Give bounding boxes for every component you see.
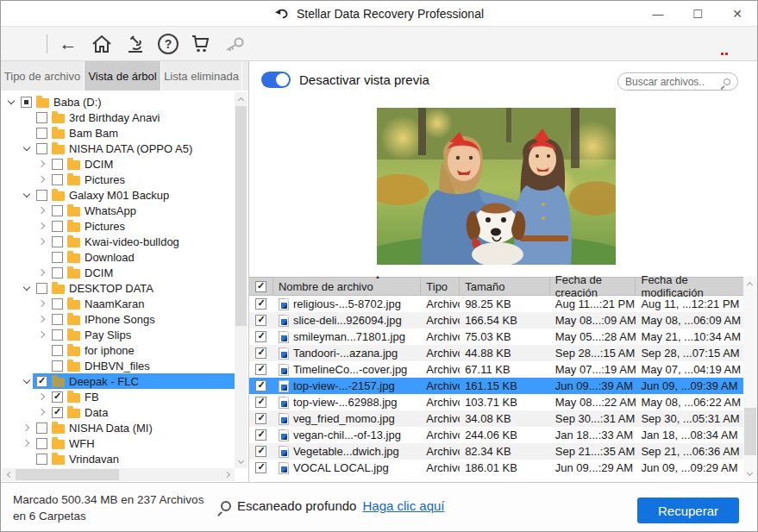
row-checkbox[interactable]: [255, 331, 266, 342]
recover-button[interactable]: Recuperar: [637, 498, 739, 523]
back-icon[interactable]: ←: [57, 27, 79, 61]
tree-checkbox[interactable]: [52, 298, 63, 310]
chevron-right-icon[interactable]: [36, 270, 48, 275]
tree-item[interactable]: Download: [2, 249, 235, 265]
tree-item[interactable]: IPhone Songs: [2, 311, 235, 327]
tree-checkbox[interactable]: [36, 376, 47, 387]
tree-hscroll-thumb[interactable]: [16, 469, 119, 480]
search-box[interactable]: [617, 72, 738, 91]
tree-item[interactable]: NaamKaran: [2, 296, 235, 311]
tree-checkbox[interactable]: [36, 190, 47, 201]
tree-checkbox[interactable]: [52, 329, 63, 341]
tree-item-body[interactable]: Galaxy M01 Backup: [33, 187, 235, 203]
scroll-down-icon[interactable]: [235, 455, 247, 468]
tree-checkbox[interactable]: [36, 143, 47, 154]
tab-vista-de-arbol[interactable]: Vista de árbol: [85, 61, 161, 91]
chevron-right-icon[interactable]: [36, 316, 48, 322]
tree-checkbox[interactable]: [36, 454, 47, 465]
tree-item-body[interactable]: Baba (D:): [17, 94, 235, 110]
tree-item-body[interactable]: IPhone Songs: [48, 311, 235, 327]
row-checkbox[interactable]: [255, 462, 266, 473]
row-checkbox[interactable]: [255, 413, 266, 424]
chevron-right-icon[interactable]: [36, 301, 48, 306]
tree-item[interactable]: NISHA Data (MI): [2, 420, 235, 435]
chevron-down-icon[interactable]: [21, 287, 33, 290]
deep-scan-link[interactable]: Haga clic aquí: [362, 498, 444, 513]
tree-item[interactable]: Data: [2, 404, 235, 420]
tree-item[interactable]: Vrindavan: [2, 451, 235, 466]
row-checkbox[interactable]: [255, 347, 266, 359]
tree-checkbox[interactable]: [52, 221, 63, 232]
row-checkbox[interactable]: [255, 315, 266, 326]
row-checkbox[interactable]: [255, 380, 266, 391]
tree-item[interactable]: Pictures: [2, 172, 235, 187]
tree-checkbox[interactable]: [52, 314, 63, 325]
tab-lista-eliminada[interactable]: Lista eliminada: [161, 61, 242, 91]
table-row[interactable]: TimelineCo...-cover.jpgArchivo67.11 KBMa…: [249, 361, 743, 378]
tree-scroll-thumb[interactable]: [235, 106, 247, 326]
maximize-button[interactable]: ☐: [678, 1, 717, 27]
tree-checkbox[interactable]: [52, 205, 63, 216]
scroll-left-icon[interactable]: [2, 468, 15, 481]
tree-checkbox[interactable]: [52, 236, 63, 247]
tree-horizontal-scrollbar[interactable]: [2, 468, 235, 481]
tree-item[interactable]: Kwai-video-bulldog: [2, 234, 235, 249]
tree-item-body[interactable]: Deepak - FLC: [33, 373, 235, 389]
tree-item[interactable]: Pictures: [2, 218, 235, 234]
tree-item[interactable]: DCIM: [2, 265, 235, 280]
tree-item-body[interactable]: Kwai-video-bulldog: [48, 234, 235, 249]
tree-item[interactable]: DESKTOP DATA: [2, 280, 235, 296]
chevron-right-icon[interactable]: [36, 394, 48, 399]
tree-item[interactable]: Baba (D:): [2, 94, 235, 110]
tree-checkbox[interactable]: [52, 345, 63, 356]
table-row[interactable]: veg_fried_momo.jpgArchivo34.08 KBSep 30.…: [249, 410, 743, 427]
tree-checkbox[interactable]: [52, 391, 63, 403]
tree-item[interactable]: Pay Slips: [2, 327, 235, 342]
tree-item-body[interactable]: NISHA DATA (OPPO A5): [33, 141, 235, 156]
tree-vertical-scrollbar[interactable]: [235, 92, 247, 468]
tree-item-body[interactable]: Vrindavan: [33, 451, 235, 466]
table-row[interactable]: VOCAL LOCAL.jpgArchivo186.01 KBJun 09...…: [249, 460, 743, 476]
tree-checkbox[interactable]: [36, 438, 47, 449]
chevron-right-icon[interactable]: [21, 425, 33, 430]
chevron-right-icon[interactable]: [36, 410, 48, 415]
tree-item-body[interactable]: NaamKaran: [48, 296, 235, 311]
tree-item[interactable]: DHBVN_files: [2, 358, 235, 373]
table-scroll-up-icon[interactable]: [743, 277, 756, 290]
row-checkbox[interactable]: [255, 397, 266, 408]
tree-item[interactable]: Galaxy M01 Backup: [2, 187, 235, 203]
tree-checkbox[interactable]: [52, 407, 63, 418]
tree-item-body[interactable]: WhatsApp: [48, 203, 235, 218]
chevron-down-icon[interactable]: [21, 194, 33, 197]
tree-item[interactable]: Bam Bam: [2, 125, 235, 141]
tree-item-body[interactable]: Download: [48, 249, 235, 265]
tree-item-body[interactable]: Pictures: [48, 172, 235, 187]
tree-item[interactable]: WhatsApp: [2, 203, 235, 218]
chevron-right-icon[interactable]: [36, 332, 48, 337]
tree-item-body[interactable]: Pay Slips: [48, 327, 235, 342]
tree-item-body[interactable]: 3rd Birthday Anavi: [33, 110, 235, 125]
home-icon[interactable]: [91, 27, 113, 61]
column-header-created[interactable]: Fecha de creación: [550, 277, 636, 296]
column-header-type[interactable]: Tipo: [421, 277, 460, 296]
tree-item-body[interactable]: NISHA Data (MI): [33, 420, 235, 435]
tree-item-body[interactable]: Pictures: [48, 218, 235, 234]
row-checkbox[interactable]: [255, 364, 266, 375]
table-vertical-scrollbar[interactable]: [743, 277, 757, 480]
search-input[interactable]: [625, 76, 724, 88]
table-row[interactable]: top-view-...62988.jpgArchivo103.71 KBMay…: [249, 394, 743, 410]
chevron-right-icon[interactable]: [36, 239, 48, 244]
chevron-right-icon[interactable]: [36, 161, 48, 166]
tree-checkbox[interactable]: [36, 422, 47, 434]
tree-checkbox[interactable]: [36, 112, 47, 123]
tree-item-body[interactable]: DESKTOP DATA: [33, 280, 235, 296]
tree-item-body[interactable]: DCIM: [48, 265, 235, 280]
tree-checkbox[interactable]: [52, 360, 63, 372]
scroll-up-icon[interactable]: [235, 92, 247, 105]
scroll-right-icon[interactable]: [222, 468, 235, 481]
table-row[interactable]: Vegetable...dwich.jpgArchivo82.34 KBSep …: [249, 443, 743, 460]
table-row[interactable]: slice-deli...926094.jpgArchivo166.54 KBM…: [249, 312, 743, 329]
chevron-down-icon[interactable]: [21, 380, 33, 383]
tree-item-body[interactable]: DHBVN_files: [48, 358, 235, 373]
chevron-down-icon[interactable]: [5, 101, 17, 103]
